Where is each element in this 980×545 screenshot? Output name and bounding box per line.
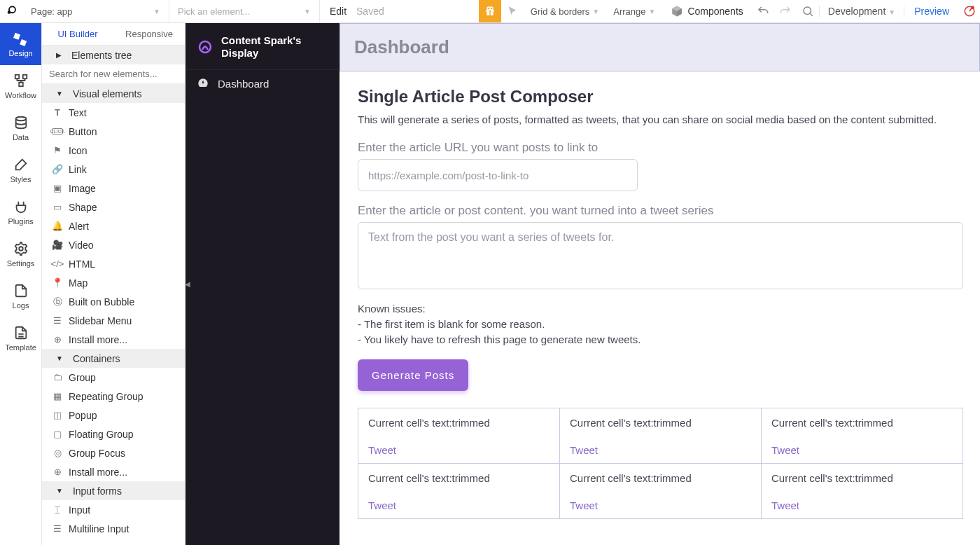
- element-install-more-visual[interactable]: ⊕Install more...: [42, 330, 185, 349]
- element-icon[interactable]: ⚑Icon: [42, 141, 185, 160]
- multiline-icon: ☰: [52, 523, 63, 534]
- element-floating-group[interactable]: ▢Floating Group: [42, 425, 185, 443]
- element-video[interactable]: 🎥Video: [42, 235, 185, 254]
- chevron-down-icon: ▼: [888, 8, 895, 16]
- generate-posts-button[interactable]: Generate Posts: [358, 359, 468, 391]
- tweet-link[interactable]: Tweet: [368, 499, 550, 511]
- bubble-logo[interactable]: [0, 0, 22, 22]
- cursor-icon[interactable]: [501, 0, 524, 22]
- environment-selector[interactable]: Development▼: [819, 6, 904, 17]
- tweet-link[interactable]: Tweet: [368, 444, 550, 456]
- element-button[interactable]: CLICKButton: [42, 122, 185, 141]
- brand-logo-icon: [197, 37, 214, 57]
- article-url-input[interactable]: [358, 159, 638, 191]
- grid-borders-menu[interactable]: Grid & borders▼: [524, 0, 606, 22]
- section-containers[interactable]: ▼Containers: [42, 349, 185, 368]
- svg-point-1: [9, 6, 15, 13]
- elements-tree-header[interactable]: ▶Elements tree: [42, 46, 185, 64]
- edit-mode[interactable]: Edit Saved: [320, 6, 394, 17]
- tweet-link[interactable]: Tweet: [771, 499, 953, 511]
- preview-button[interactable]: Preview: [904, 6, 959, 17]
- grid-cell: Current cell's text:trimmedTweet: [761, 408, 962, 463]
- saved-label: Saved: [356, 6, 384, 17]
- left-iconbar: Design Workflow Data Styles Plugins Sett…: [0, 23, 42, 545]
- nav-design[interactable]: Design: [0, 23, 41, 65]
- popup-icon: ◫: [52, 410, 63, 420]
- arrow-down-icon: ▼: [56, 90, 63, 97]
- element-text[interactable]: TText: [42, 103, 185, 122]
- floating-icon: ▢: [52, 429, 63, 439]
- element-group[interactable]: 🗀Group: [42, 368, 185, 387]
- sidebar-item-dashboard[interactable]: Dashboard: [186, 69, 340, 97]
- element-map[interactable]: 📍Map: [42, 273, 185, 292]
- redo-icon[interactable]: [774, 0, 797, 22]
- element-picker[interactable]: Pick an element... ▼: [169, 0, 320, 22]
- app-brand: Content Spark's Display: [186, 32, 340, 69]
- section-input-forms[interactable]: ▼Input forms: [42, 481, 185, 500]
- components-button[interactable]: Components: [662, 5, 751, 18]
- arrow-right-icon: ▶: [56, 51, 62, 59]
- arrow-down-icon: ▼: [56, 487, 63, 495]
- results-grid: Current cell's text:trimmedTweet Current…: [358, 408, 963, 519]
- search-icon[interactable]: [797, 0, 819, 22]
- element-popup[interactable]: ◫Popup: [42, 406, 185, 425]
- arrange-menu[interactable]: Arrange▼: [606, 0, 662, 22]
- notification-icon[interactable]: [959, 5, 980, 18]
- composer-description: This will generate a series of posts, fo…: [358, 113, 962, 125]
- tab-ui-builder[interactable]: UI Builder: [42, 23, 113, 45]
- element-repeating-group[interactable]: ▦Repeating Group: [42, 387, 185, 406]
- repeating-icon: ▦: [52, 391, 63, 401]
- element-html[interactable]: </>HTML: [42, 254, 185, 273]
- collapse-handle-icon[interactable]: ◀: [185, 270, 190, 298]
- issues-heading: Known issues:: [358, 301, 962, 317]
- nav-styles[interactable]: Styles: [0, 149, 41, 191]
- nav-workflow[interactable]: Workflow: [0, 65, 41, 107]
- image-icon: ▣: [52, 183, 63, 193]
- element-install-more-containers[interactable]: ⊕Install more...: [42, 462, 185, 481]
- element-alert[interactable]: 🔔Alert: [42, 216, 185, 235]
- section-visual-elements[interactable]: ▼Visual elements: [42, 84, 185, 103]
- element-group-focus[interactable]: ◎Group Focus: [42, 443, 185, 462]
- element-image[interactable]: ▣Image: [42, 179, 185, 198]
- svg-rect-13: [19, 83, 23, 87]
- table-row: Current cell's text:trimmedTweet Current…: [358, 408, 962, 463]
- known-issues: Known issues: - The first item is blank …: [358, 301, 962, 347]
- nav-logs[interactable]: Logs: [0, 275, 41, 317]
- plus-icon: ⊕: [52, 467, 63, 477]
- brand-name: Content Spark's Display: [221, 34, 328, 60]
- folder-icon: 🗀: [52, 372, 63, 382]
- element-multiline-input[interactable]: ☰Multiline Input: [42, 519, 185, 538]
- nav-settings[interactable]: Settings: [0, 233, 41, 275]
- tab-responsive[interactable]: Responsive: [113, 23, 185, 45]
- search-input[interactable]: [42, 64, 185, 84]
- grid-cell: Current cell's text:trimmedTweet: [761, 464, 962, 518]
- cell-text: Current cell's text:trimmed: [570, 417, 751, 429]
- grid-cell: Current cell's text:trimmedTweet: [559, 464, 761, 518]
- chevron-down-icon: ▼: [649, 8, 656, 15]
- composer-title: Single Article Post Composer: [358, 87, 962, 106]
- grid-cell: Current cell's text:trimmedTweet: [358, 464, 559, 518]
- gift-icon[interactable]: [479, 0, 501, 22]
- element-input[interactable]: ⌶Input: [42, 500, 185, 519]
- element-built-on-bubble[interactable]: ⓑBuilt on Bubble: [42, 292, 185, 311]
- issue-line: - The first item is blank for some reaso…: [358, 317, 962, 332]
- chevron-down-icon: ▼: [153, 8, 160, 15]
- tweet-link[interactable]: Tweet: [570, 499, 751, 511]
- page-selector[interactable]: Page: app ▼: [22, 0, 169, 22]
- nav-template[interactable]: Template: [0, 317, 41, 359]
- content-field-label: Enter the article or post content. you w…: [358, 204, 962, 218]
- nav-data[interactable]: Data: [0, 107, 41, 149]
- element-slidebar-menu[interactable]: ☰Slidebar Menu: [42, 311, 185, 330]
- svg-line-8: [810, 13, 813, 16]
- cell-text: Current cell's text:trimmed: [570, 472, 751, 484]
- tweet-link[interactable]: Tweet: [771, 444, 953, 456]
- button-icon: CLICK: [52, 128, 63, 134]
- cell-text: Current cell's text:trimmed: [771, 472, 953, 484]
- undo-icon[interactable]: [752, 0, 774, 22]
- element-shape[interactable]: ▭Shape: [42, 198, 185, 216]
- cube-icon: [671, 5, 683, 18]
- article-content-textarea[interactable]: [358, 222, 963, 289]
- nav-plugins[interactable]: Plugins: [0, 191, 41, 233]
- element-link[interactable]: 🔗Link: [42, 160, 185, 179]
- tweet-link[interactable]: Tweet: [570, 444, 751, 456]
